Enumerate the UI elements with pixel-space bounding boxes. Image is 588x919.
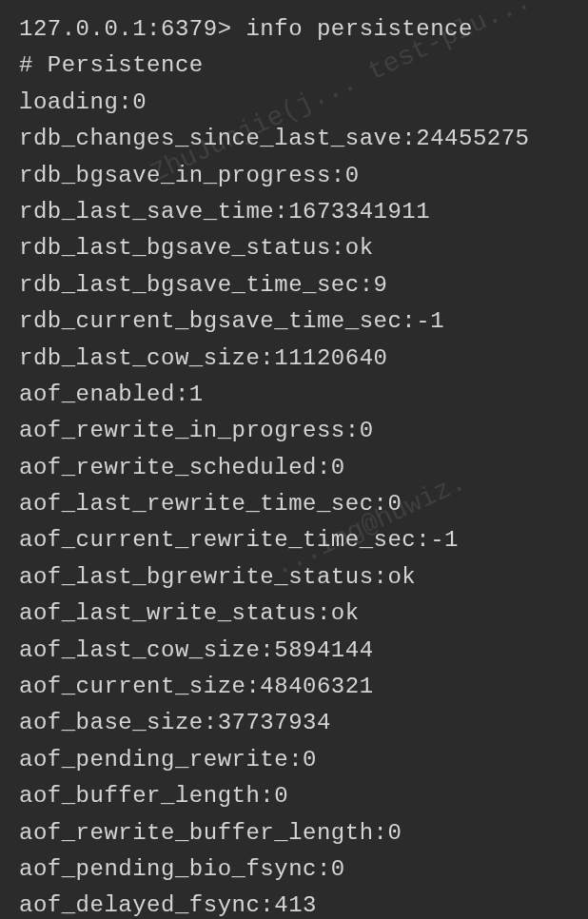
terminal-output[interactable]: 127.0.0.1:6379> info persistence # Persi… [19,11,569,919]
output-line: rdb_last_save_time:1673341911 [19,194,569,230]
output-line: aof_rewrite_scheduled:0 [19,450,569,486]
output-line: loading:0 [19,85,569,121]
output-line: aof_pending_rewrite:0 [19,742,569,778]
output-line: aof_last_rewrite_time_sec:0 [19,486,569,522]
output-line: aof_delayed_fsync:413 [19,888,569,919]
output-line: aof_enabled:1 [19,377,569,413]
command-line: 127.0.0.1:6379> info persistence [19,11,569,48]
output-line: aof_pending_bio_fsync:0 [19,851,569,888]
output-line: aof_rewrite_buffer_length:0 [19,815,569,851]
output-line: rdb_current_bgsave_time_sec:-1 [19,303,569,340]
output-line: aof_buffer_length:0 [19,778,569,814]
section-header: # Persistence [19,48,569,84]
output-line: aof_current_rewrite_time_sec:-1 [19,522,569,558]
output-line: aof_base_size:37737934 [19,705,569,741]
output-line: aof_last_cow_size:5894144 [19,633,569,669]
command-text: info persistence [245,16,472,42]
output-line: aof_last_write_status:ok [19,596,569,632]
output-line: aof_rewrite_in_progress:0 [19,413,569,449]
output-line: aof_current_size:48406321 [19,669,569,705]
prompt: 127.0.0.1:6379> [19,16,245,42]
output-line: rdb_last_cow_size:11120640 [19,341,569,377]
output-line: rdb_bgsave_in_progress:0 [19,158,569,194]
output-line: rdb_last_bgsave_status:ok [19,230,569,266]
output-line: rdb_changes_since_last_save:24455275 [19,121,569,157]
output-line: rdb_last_bgsave_time_sec:9 [19,267,569,303]
output-line: aof_last_bgrewrite_status:ok [19,559,569,596]
